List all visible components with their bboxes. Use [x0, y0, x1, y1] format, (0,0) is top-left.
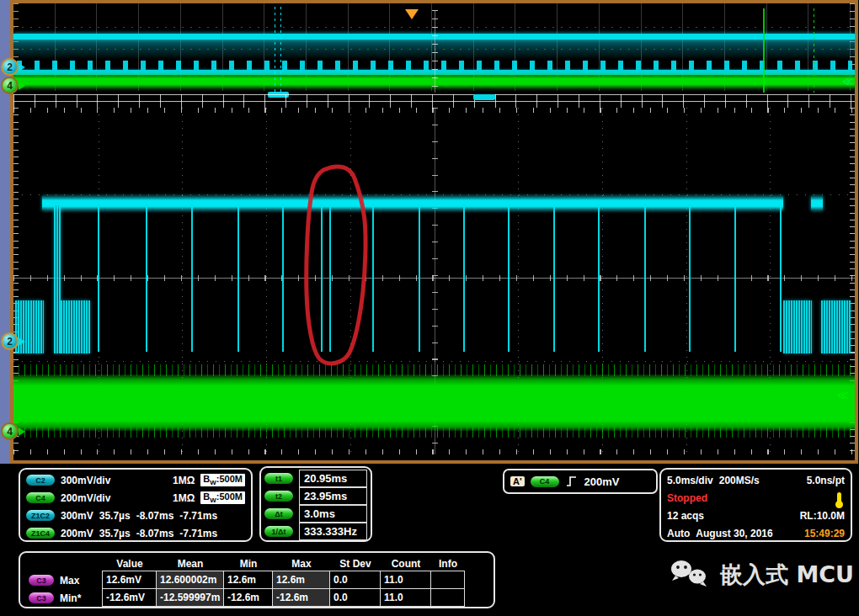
- ch4-bandwidth: BW:500M: [200, 491, 245, 504]
- main-ch2-marker[interactable]: 2: [1, 332, 19, 350]
- ch4-noise-band: [13, 374, 855, 431]
- record-length: RL:10.0M: [800, 510, 845, 522]
- trigger-mode: Auto: [667, 528, 690, 539]
- meas-cell: 12.600002m: [156, 571, 224, 589]
- ch2-waveform-burst: [783, 300, 812, 353]
- channel-row[interactable]: C2 300mV/div 1MΩ BW:500M: [20, 471, 251, 489]
- acq-status-row: Stopped: [661, 489, 851, 507]
- ch2-bandwidth: BW:500M: [200, 474, 245, 486]
- ch2-badge[interactable]: C2: [26, 475, 55, 486]
- wechat-icon: [670, 558, 712, 592]
- zoom-ch2-row[interactable]: Z1C2 300mV 35.7µs -8.07ms -7.71ms: [20, 507, 251, 524]
- z1c2-badge[interactable]: Z1C2: [26, 510, 55, 521]
- col-header-min: Min: [224, 555, 273, 571]
- cursor-row[interactable]: t2 23.95ms: [261, 487, 371, 505]
- sample-rate: 200MS/s: [719, 475, 760, 486]
- trigger-panel[interactable]: A' C4 200mV: [503, 469, 658, 494]
- channel-settings-panel[interactable]: C2 300mV/div 1MΩ BW:500M C4 200mV/div 1M…: [19, 468, 253, 542]
- acquisition-count: 12 acqs: [667, 510, 704, 522]
- t2-value[interactable]: 23.95ms: [299, 487, 367, 505]
- z1c4-v3: -7.71ms: [179, 528, 217, 539]
- inverse-delta-t-badge[interactable]: 1/Δt: [264, 526, 293, 537]
- ch4-badge[interactable]: C4: [26, 492, 55, 503]
- date: August 30, 2016: [696, 528, 772, 539]
- ch4-level-arrow-icon: ≪: [837, 389, 849, 401]
- col-header-stdev: St Dev: [330, 555, 381, 571]
- main-ch4-marker[interactable]: 4: [1, 422, 19, 440]
- datetime-row: Auto August 30, 2016 15:49:29: [661, 524, 851, 542]
- ch2-impedance: 1MΩ: [173, 475, 195, 486]
- meas-cell: 11.0: [380, 571, 431, 589]
- ch2-waveform-pulse: [98, 204, 99, 352]
- delta-t-value[interactable]: 3.0ms: [299, 505, 367, 523]
- annotation-circle: [291, 158, 384, 377]
- ch2-waveform-pulse: [553, 204, 555, 352]
- ch2-waveform-pulse: [598, 204, 600, 352]
- z1c2-scale: 300mV: [61, 510, 93, 522]
- timebase-row: 5.0ms/div 200MS/s 5.0ns/pt: [661, 471, 851, 489]
- ch2-waveform-pulse: [237, 204, 239, 352]
- z1c4-v2: -8.07ms: [136, 528, 174, 539]
- inverse-delta-t-value[interactable]: 333.333Hz: [299, 523, 367, 540]
- meas-cell: [430, 571, 465, 589]
- col-header-count: Count: [381, 555, 431, 571]
- waveform-display-frame: ≪ ≪: [10, 0, 858, 464]
- ch4-scale: 200mV/div: [61, 492, 110, 504]
- ch2-scale: 300mV/div: [61, 475, 110, 486]
- trigger-mode-label[interactable]: A': [510, 476, 525, 486]
- z1c4-badge[interactable]: Z1C4: [26, 528, 55, 539]
- meas-cell: 11.0: [380, 588, 431, 607]
- measurement-row: C3 Min* -12.6mV -12.599997m -12.6m -12.6…: [25, 589, 488, 607]
- overview-ch2-marker[interactable]: 2: [1, 58, 19, 76]
- meas-cell: -12.6mV: [102, 588, 157, 607]
- meas-cell: 0.0: [329, 588, 381, 607]
- ch2-waveform-pulse: [644, 204, 646, 352]
- ch2-waveform-pulse: [191, 204, 193, 352]
- z1c4-v1: 35.7µs: [99, 528, 131, 539]
- c3-badge[interactable]: C3: [29, 592, 54, 603]
- trigger-level: 200mV: [584, 475, 620, 488]
- cursor-row[interactable]: 1/Δt 333.333Hz: [261, 523, 371, 540]
- t2-badge[interactable]: t2: [264, 491, 293, 502]
- c3-badge[interactable]: C3: [29, 575, 54, 586]
- col-header-max: Max: [273, 555, 330, 571]
- meas-cell: -12.6m: [223, 588, 273, 607]
- ch2-waveform-pulse: [689, 204, 691, 352]
- oscilloscope-screen: ≪ ≪ 2 4 2 4: [0, 0, 859, 616]
- ch2-waveform-band-cy: [811, 196, 823, 210]
- channel-row[interactable]: C4 200mV/div 1MΩ BW:500M: [20, 489, 251, 507]
- meas-cell: -12.6m: [272, 588, 330, 607]
- timebase-scale: 5.0ms/div: [667, 475, 713, 486]
- zoom-ch4-row[interactable]: Z1C4 200mV 35.7µs -8.07ms -7.71ms: [20, 524, 251, 542]
- measurement-header-row: Value Mean Min Max St Dev Count Info: [25, 555, 488, 571]
- trigger-row[interactable]: A' C4 200mV: [504, 470, 656, 492]
- col-header-info: Info: [431, 555, 465, 571]
- meas-name: Max: [60, 575, 79, 587]
- watermark: 嵌入式 MCU: [670, 558, 854, 592]
- measurement-row: C3 Max 12.6mV 12.600002m 12.6m 12.6m 0.0…: [25, 571, 488, 589]
- t1-badge[interactable]: t1: [264, 473, 293, 484]
- z1c2-v3: -7.71ms: [179, 510, 217, 522]
- overview-ch4-marker[interactable]: 4: [1, 77, 19, 94]
- z1c2-v1: 35.7µs: [99, 510, 131, 522]
- meas-cell: -12.599997m: [156, 588, 224, 607]
- ch4-impedance: 1MΩ: [173, 492, 195, 504]
- thermometer-icon: [837, 492, 841, 503]
- acq-count-row: 12 acqs RL:10.0M: [661, 507, 851, 524]
- delta-t-badge[interactable]: Δt: [264, 508, 293, 519]
- col-header-mean: Mean: [157, 555, 224, 571]
- meas-cell: 12.6m: [223, 571, 273, 589]
- ch4-noise-fringe: [13, 364, 855, 376]
- meas-cell: 12.6mV: [102, 571, 157, 589]
- z1c4-scale: 200mV: [61, 528, 93, 539]
- meas-cell: 0.0: [329, 571, 381, 589]
- cursor-row[interactable]: t1 20.95ms: [261, 470, 371, 487]
- trigger-source-badge[interactable]: C4: [531, 476, 559, 487]
- cursor-row[interactable]: Δt 3.0ms: [261, 505, 371, 523]
- t1-value[interactable]: 20.95ms: [299, 470, 367, 487]
- measurement-table: Value Mean Min Max St Dev Count Info C3 …: [19, 551, 495, 608]
- ch2-waveform-pulse: [780, 204, 782, 352]
- acquisition-status: Stopped: [667, 492, 707, 504]
- horizontal-panel[interactable]: 5.0ms/div 200MS/s 5.0ns/pt Stopped 12 ac…: [659, 468, 852, 542]
- cursor-readout-panel[interactable]: t1 20.95ms t2 23.95ms Δt 3.0ms 1/Δt 333.…: [259, 466, 372, 542]
